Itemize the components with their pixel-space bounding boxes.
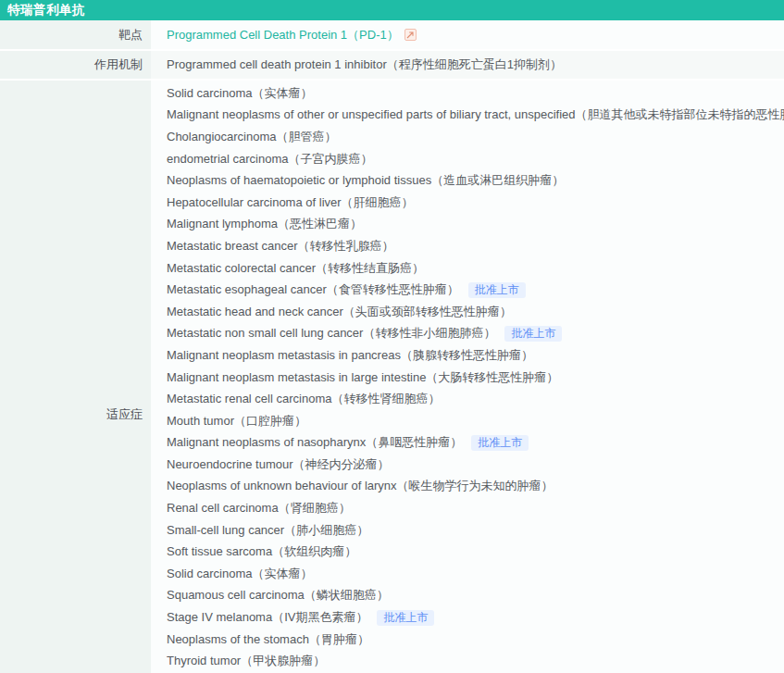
drug-title-bar: 特瑞普利单抗 [0,0,784,20]
approved-badge: 批准上市 [377,610,434,626]
indication-text: Stage IV melanoma（IV期黑色素瘤） [167,609,367,626]
list-item: Metastatic colorectal cancer（转移性结直肠癌） [167,257,784,280]
list-item: Solid carcinoma（实体瘤） [167,82,784,105]
indication-text: Metastatic non small cell lung cancer（转移… [167,325,495,342]
table-row-indications: 适应症 Solid carcinoma（实体瘤） Malignant neopl… [0,79,784,673]
indication-text: Malignant neoplasm metastasis in large i… [167,369,558,386]
list-item: Small-cell lung cancer（肺小细胞癌） [167,519,784,542]
indication-text: Neoplasms of unknown behaviour of larynx… [167,478,554,494]
indication-text: Metastatic head and neck cancer（头面或颈部转移性… [167,304,512,320]
indication-text: Neoplasms of the stomach（胃肿瘤） [167,631,369,648]
indication-text: endometrial carcinoma（子宫内膜癌） [167,151,373,168]
indication-text: Solid carcinoma（实体瘤） [167,566,313,582]
indication-text: Thyroid tumor（甲状腺肿瘤） [167,653,325,669]
list-item: Neoplasms of the stomach（胃肿瘤） [167,629,784,651]
list-item: Metastatic breast cancer（转移性乳腺癌） [167,235,784,257]
indication-text: Solid carcinoma（实体瘤） [167,85,313,102]
approved-badge: 批准上市 [468,282,526,298]
indication-text: Cholangiocarcinoma（胆管癌） [167,129,337,145]
list-item: Solid carcinoma（实体瘤） [167,563,784,585]
list-item: Squamous cell carcinoma（鳞状细胞癌） [167,585,784,607]
list-item: Thyroid tumor（甲状腺肿瘤） [167,650,784,672]
indication-text: Neuroendocrine tumour（神经内分泌瘤） [167,456,390,473]
list-item: Mouth tumor（口腔肿瘤） [167,410,784,432]
indications-list: Solid carcinoma（实体瘤） Malignant neoplasms… [151,81,784,673]
list-item: Renal cell carcinoma（肾细胞癌） [167,497,784,519]
list-item: Malignant neoplasm metastasis in pancrea… [167,344,784,367]
list-item: Neoplasms of haematopoietic or lymphoid … [167,169,784,192]
indication-text: Metastatic renal cell carcinoma（转移性肾细胞癌） [167,391,440,407]
list-item: Hepatocellular carcinoma of liver（肝细胞癌） [167,192,784,214]
list-item: Stage IV melanoma（IV期黑色素瘤） 批准上市 [167,606,784,629]
drug-info-table: 靶点 Programmed Cell Death Protein 1（PD-1）… [0,20,784,673]
target-row-label: 靶点 [0,20,151,49]
indication-text: Malignant neoplasms of other or unspecif… [167,106,784,123]
indication-text: Small-cell lung cancer（肺小细胞癌） [167,522,368,539]
list-item: endometrial carcinoma（子宫内膜癌） [167,148,784,170]
indications-row-label: 适应症 [0,81,151,673]
indication-text: Renal cell carcinoma（肾细胞癌） [167,500,351,517]
list-item: Metastatic renal cell carcinoma（转移性肾细胞癌） [167,388,784,410]
indication-text: Neoplasms of haematopoietic or lymphoid … [167,172,564,189]
indication-text: Malignant neoplasm metastasis in pancrea… [167,347,533,364]
approved-badge: 批准上市 [504,326,562,342]
mechanism-row-label: 作用机制 [0,51,151,79]
target-link[interactable]: Programmed Cell Death Protein 1（PD-1） [167,27,399,44]
indication-text: Malignant neoplasms of nasopharynx（鼻咽恶性肿… [167,434,462,451]
indication-text: Mouth tumor（口腔肿瘤） [167,413,306,430]
indication-text: Metastatic colorectal cancer（转移性结直肠癌） [167,260,424,277]
approved-badge: 批准上市 [471,435,529,451]
list-item: Soft tissue sarcoma（软组织肉瘤） [167,541,784,563]
table-row-mechanism: 作用机制 Programmed cell death protein 1 inh… [0,49,784,79]
list-item: Malignant neoplasms of nasopharynx（鼻咽恶性肿… [167,432,784,455]
target-row-value: Programmed Cell Death Protein 1（PD-1） [151,20,784,49]
list-item: Metastatic non small cell lung cancer（转移… [167,323,784,345]
list-item: Cholangiocarcinoma（胆管癌） [167,126,784,148]
list-item: Malignant neoplasms of other or unspecif… [167,105,784,127]
list-item: Malignant lymphoma（恶性淋巴瘤） [167,214,784,236]
indication-text: Metastatic breast cancer（转移性乳腺癌） [167,238,394,255]
indication-text: Metastatic esophageal cancer（食管转移性恶性肿瘤） [167,281,459,298]
indication-text: Hepatocellular carcinoma of liver（肝细胞癌） [167,194,414,211]
list-item: Metastatic esophageal cancer（食管转移性恶性肿瘤） … [167,279,784,301]
indication-text: Soft tissue sarcoma（软组织肉瘤） [167,543,356,560]
external-link-icon[interactable] [404,29,417,41]
list-item: Neoplasms of unknown behaviour of larynx… [167,476,784,498]
list-item: Metastatic head and neck cancer（头面或颈部转移性… [167,301,784,323]
drug-title: 特瑞普利单抗 [7,2,85,19]
indication-text: Squamous cell carcinoma（鳞状细胞癌） [167,587,389,604]
indication-text: Malignant lymphoma（恶性淋巴瘤） [167,216,362,232]
list-item: Neuroendocrine tumour（神经内分泌瘤） [167,454,784,476]
mechanism-row-value: Programmed cell death protein 1 inhibito… [151,51,784,79]
table-row-target: 靶点 Programmed Cell Death Protein 1（PD-1） [0,20,784,49]
list-item: Malignant neoplasm metastasis in large i… [167,367,784,389]
